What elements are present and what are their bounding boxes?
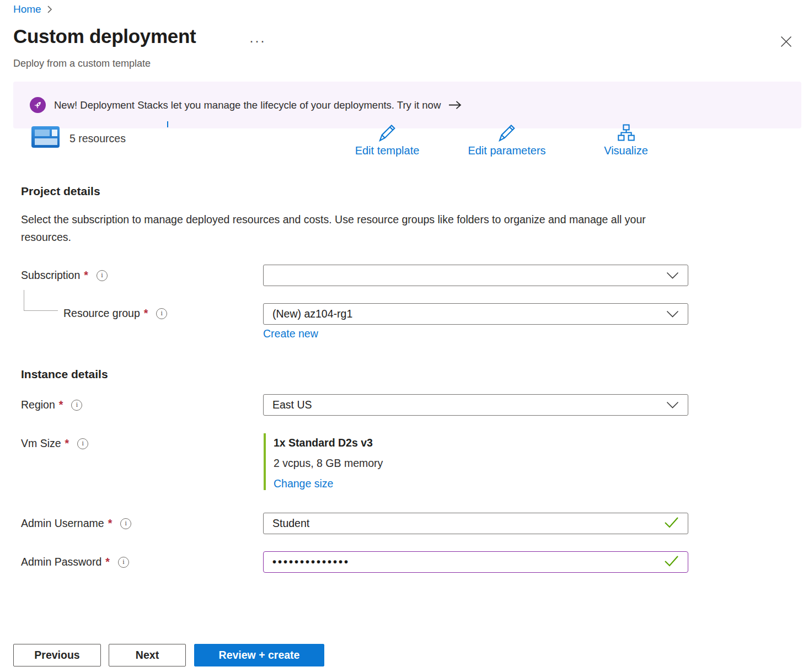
edit-parameters-button[interactable]: Edit parameters [463, 123, 551, 157]
admin-username-value: Student [272, 517, 309, 530]
required-asterisk: * [144, 307, 148, 320]
required-asterisk: * [105, 556, 110, 568]
admin-password-input[interactable]: •••••••••••••• [263, 551, 688, 573]
previous-button[interactable]: Previous [13, 644, 101, 666]
org-chart-icon [617, 123, 635, 144]
region-label: Region * i [21, 399, 82, 411]
instance-details-heading: Instance details [21, 368, 108, 381]
resource-group-label: Resource group * i [63, 307, 167, 320]
edit-parameters-label: Edit parameters [468, 144, 545, 157]
info-icon[interactable]: i [77, 438, 88, 449]
close-icon[interactable] [778, 33, 794, 50]
rocket-icon [30, 97, 46, 113]
required-asterisk: * [59, 399, 63, 411]
admin-password-value: •••••••••••••• [272, 556, 350, 568]
required-asterisk: * [84, 269, 88, 282]
check-icon [664, 517, 679, 531]
required-asterisk: * [65, 437, 69, 450]
info-icon[interactable]: i [120, 518, 131, 529]
pencil-icon [377, 123, 397, 144]
banner-message[interactable]: New! Deployment Stacks let you manage th… [54, 99, 441, 111]
info-icon[interactable]: i [118, 557, 129, 568]
hierarchy-connector-vertical [24, 290, 24, 311]
chevron-down-icon [666, 269, 679, 282]
deployment-stacks-banner[interactable]: New! Deployment Stacks let you manage th… [13, 82, 801, 128]
project-details-description: Select the subscription to manage deploy… [21, 211, 655, 246]
page-subtitle: Deploy from a custom template [13, 58, 151, 69]
chevron-down-icon [666, 399, 679, 411]
breadcrumb: Home [13, 3, 52, 15]
info-icon[interactable]: i [156, 308, 167, 319]
next-button[interactable]: Next [109, 644, 186, 666]
project-details-heading: Project details [21, 185, 100, 198]
edit-template-label: Edit template [355, 144, 420, 157]
change-size-link[interactable]: Change size [274, 477, 333, 490]
info-icon[interactable]: i [97, 270, 108, 281]
resource-group-value: (New) az104-rg1 [272, 308, 352, 320]
pencil-icon [497, 123, 517, 144]
cropped-text-artifact [167, 121, 168, 127]
region-select[interactable]: East US [263, 394, 688, 416]
vm-size-summary: 1x Standard D2s v3 2 vcpus, 8 GB memory … [264, 433, 383, 490]
resource-group-select[interactable]: (New) az104-rg1 [263, 303, 688, 325]
info-icon[interactable]: i [71, 400, 82, 411]
more-actions-button[interactable]: ··· [249, 33, 266, 49]
vm-size-title: 1x Standard D2s v3 [274, 437, 383, 449]
admin-username-label: Admin Username * i [21, 517, 131, 530]
review-create-button[interactable]: Review + create [194, 644, 324, 666]
arrow-right-icon [448, 100, 462, 110]
visualize-button[interactable]: Visualize [582, 123, 670, 157]
create-new-link[interactable]: Create new [263, 327, 318, 340]
vm-size-label: Vm Size * i [21, 437, 88, 450]
hierarchy-connector-horizontal [24, 310, 58, 311]
edit-template-button[interactable]: Edit template [343, 123, 431, 157]
required-asterisk: * [108, 517, 113, 530]
subscription-select[interactable] [263, 265, 688, 286]
resource-count-label: 5 resources [69, 132, 126, 145]
breadcrumb-home-link[interactable]: Home [13, 3, 41, 15]
breadcrumb-chevron-icon [47, 5, 52, 14]
visualize-label: Visualize [604, 144, 648, 157]
subscription-label: Subscription * i [21, 269, 108, 282]
chevron-down-icon [666, 308, 679, 320]
admin-password-label: Admin Password * i [21, 556, 129, 568]
admin-username-input[interactable]: Student [263, 513, 688, 534]
page-title: Custom deployment [13, 25, 196, 47]
vm-size-specs: 2 vcpus, 8 GB memory [274, 457, 383, 470]
check-icon [664, 555, 679, 569]
template-icon [31, 126, 60, 148]
region-value: East US [272, 399, 312, 411]
